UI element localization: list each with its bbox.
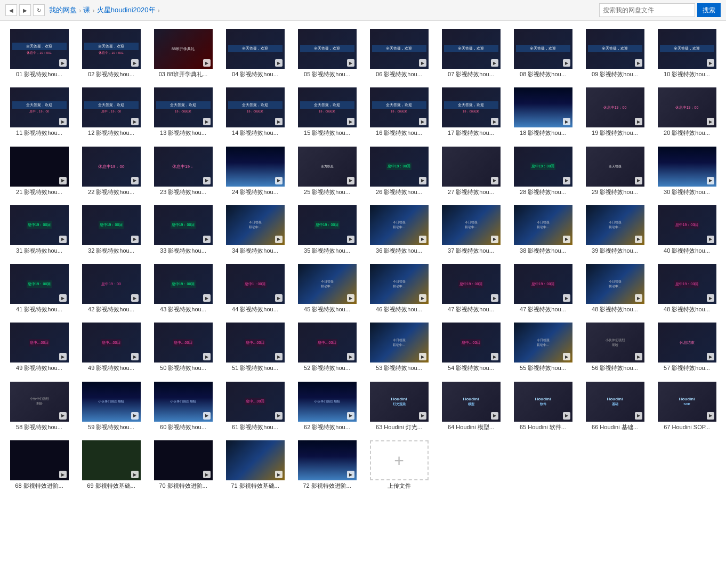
play-icon: ▶ — [131, 59, 139, 67]
file-item[interactable]: 今日答疑联动中... ▶ 39 影视特效hou... — [581, 203, 649, 257]
file-item[interactable]: 全力以赴 ▶ 25 影视特效hou... — [293, 144, 361, 198]
file-item[interactable]: 全天答疑，欢迎 19：00回来 ▶ 13 影视特效hou... — [149, 85, 217, 139]
file-item[interactable]: 小伙伴们强烈 期盼 ▶ 62 影视特效hou... — [293, 379, 361, 433]
file-item[interactable]: 息中19：00回 ▶ 28 影视特效hou... — [509, 144, 577, 198]
file-item[interactable]: 全天答疑，欢迎 19：00回来 ▶ 17 影视特效hou... — [437, 85, 505, 139]
file-item[interactable]: 今日答疑联动中... ▶ 34 影视特效hou... — [221, 203, 289, 257]
file-item[interactable]: ▶ 72 影视特效进阶... — [293, 438, 361, 492]
file-item[interactable]: Houdini基础 ▶ 66 Houdini 基础... — [581, 379, 649, 433]
file-item[interactable]: 息中…00回 ▶ 51 影视特效hou... — [221, 320, 289, 374]
file-item[interactable]: 息中…00回 ▶ 52 影视特效hou... — [293, 320, 361, 374]
file-item[interactable]: 小伙伴们强烈 期盼 ▶ 60 影视特效hou... — [149, 379, 217, 433]
file-item[interactable]: 全天答疑，欢迎 ▶ 06 影视特效hou... — [365, 26, 433, 80]
file-item[interactable]: 今日答疑联动中... ▶ 55 影视特效hou... — [509, 320, 577, 374]
file-item[interactable]: 休息结束 ▶ 57 影视特效hou... — [653, 320, 721, 374]
file-item[interactable]: Houdini灯光渲染 ▶ 63 Houdini 灯光... — [365, 379, 433, 433]
file-item[interactable]: 今日答疑联动中... ▶ 36 影视特效hou... — [365, 203, 433, 257]
play-icon: ▶ — [563, 177, 570, 184]
play-icon: ▶ — [563, 294, 570, 302]
file-item[interactable]: 全天答疑，欢迎 休息中，19：001 ▶ 02 影视特效hou... — [77, 26, 145, 80]
file-item[interactable]: 全天答疑，欢迎 ▶ 09 影视特效hou... — [581, 26, 649, 80]
file-item[interactable]: 今日答疑联动中... ▶ 48 影视特效hou... — [581, 261, 649, 316]
forward-button[interactable]: ▶ — [19, 4, 31, 16]
file-item[interactable]: 息中19：00回 ▶ 47 影视特效hou... — [509, 261, 577, 316]
play-icon: ▶ — [707, 412, 714, 420]
file-item[interactable]: 休息中19：00 ▶ 22 影视特效hou... — [77, 144, 145, 198]
breadcrumb-course[interactable]: 课 — [83, 5, 90, 15]
file-item[interactable]: Houdini模型 ▶ 64 Houdini 模型... — [437, 379, 505, 433]
file-item[interactable]: 今日答疑联动中... ▶ 45 影视特效hou... — [293, 261, 361, 316]
file-item[interactable]: 今日答疑联动中... ▶ 53 影视特效hou... — [365, 320, 433, 374]
file-item[interactable]: ▶ 24 影视特效hou... — [221, 144, 289, 198]
file-item[interactable]: Houdini软件 ▶ 65 Houdini 软件... — [509, 379, 577, 433]
file-item[interactable]: 息中1：00回 ▶ 44 影视特效hou... — [221, 261, 289, 316]
file-item[interactable]: 小伙伴们强烈期盼 ▶ 56 影视特效hou... — [581, 320, 649, 374]
file-item[interactable]: 息中19：00回 ▶ 35 影视特效hou... — [293, 203, 361, 257]
file-item[interactable]: 息中…00回 ▶ 49 影视特效hou... — [5, 320, 73, 374]
file-item[interactable]: 休息中19：00 ▶ 19 影视特效hou... — [581, 85, 649, 139]
file-item[interactable]: 全天答疑，欢迎 ▶ 07 影视特效hou... — [437, 26, 505, 80]
file-item[interactable]: 全天答疑，欢迎 ▶ 04 影视特效hou... — [221, 26, 289, 80]
video-thumbnail: 全天答疑，欢迎 ▶ — [226, 29, 285, 69]
file-item[interactable]: ▶ 27 影视特效hou... — [437, 144, 505, 198]
file-item[interactable]: 息中19：00回 ▶ 32 影视特效hou... — [77, 203, 145, 257]
file-item[interactable]: 全天答疑，欢迎 ▶ 05 影视特效hou... — [293, 26, 361, 80]
file-item[interactable]: 全天答疑，欢迎 休息中，19：001 ▶ 01 影视特效hou... — [5, 26, 73, 80]
file-item[interactable]: 全天答疑，欢迎 ▶ 08 影视特效hou... — [509, 26, 577, 80]
file-item[interactable]: 小伙伴们强烈期盼 ▶ 58 影视特效hou... — [5, 379, 73, 433]
file-item[interactable]: ▶ 30 影视特效hou... — [653, 144, 721, 198]
file-item[interactable]: ▶ 18 影视特效hou... — [509, 85, 577, 139]
file-item[interactable]: 息中19：00回 ▶ 33 影视特效hou... — [149, 203, 217, 257]
video-thumbnail: 休息中19：00 ▶ — [658, 87, 716, 127]
file-item[interactable]: 小伙伴们强烈 期盼 ▶ 59 影视特效hou... — [77, 379, 145, 433]
file-item[interactable]: ▶ 21 影视特效hou... — [5, 144, 73, 198]
upload-button[interactable]: + — [370, 440, 429, 480]
file-item[interactable]: 全天答疑，欢迎 19：00回来 ▶ 15 影视特效hou... — [293, 85, 361, 139]
file-item[interactable]: 息中…00回 ▶ 54 影视特效hou... — [437, 320, 505, 374]
file-item[interactable]: 息中19：00回 ▶ 31 影视特效hou... — [5, 203, 73, 257]
video-thumbnail: 全天答疑，欢迎 息中，19：00 ▶ — [10, 87, 69, 127]
file-item[interactable]: 息中…00回 ▶ 50 影视特效hou... — [149, 320, 217, 374]
file-item[interactable]: 息中19：00回 ▶ 26 影视特效hou... — [365, 144, 433, 198]
file-item[interactable]: 息中19：00回 ▶ 43 影视特效hou... — [149, 261, 217, 316]
file-item[interactable]: 全天答疑，欢迎 息中，19：00 ▶ 11 影视特效hou... — [5, 85, 73, 139]
file-item[interactable]: 息中19：00回 ▶ 40 影视特效hou... — [653, 203, 721, 257]
file-item[interactable]: 休息中19：00 ▶ 20 影视特效hou... — [653, 85, 721, 139]
file-item[interactable]: 今日答疑联动中... ▶ 38 影视特效hou... — [509, 203, 577, 257]
refresh-button[interactable]: ↻ — [33, 4, 45, 16]
file-item[interactable]: 息中19：00回 ▶ 41 影视特效hou... — [5, 261, 73, 316]
file-item[interactable]: 今日答疑联动中... ▶ 37 影视特效hou... — [437, 203, 505, 257]
file-item[interactable]: 今日答疑联动中... ▶ 46 影视特效hou... — [365, 261, 433, 316]
search-button[interactable]: 搜索 — [697, 3, 721, 17]
file-item[interactable]: 全天答疑，欢迎 ▶ 10 影视特效hou... — [653, 26, 721, 80]
back-button[interactable]: ◀ — [5, 4, 17, 16]
video-thumbnail: 今日答疑联动中... ▶ — [514, 323, 572, 363]
file-item[interactable]: 息中…00回 ▶ 61 影视特效hou... — [221, 379, 289, 433]
file-item[interactable]: HoudiniSOP ▶ 67 Houdini SOP... — [653, 379, 721, 433]
video-thumbnail: Houdini基础 ▶ — [586, 382, 644, 422]
breadcrumb-home[interactable]: 我的网盘 — [49, 5, 77, 15]
breadcrumb-folder[interactable]: 火星houdini2020年 — [97, 5, 156, 15]
video-thumbnail: ▶ — [226, 440, 285, 480]
file-item[interactable]: 息中19：00 ▶ 42 影视特效hou... — [77, 261, 145, 316]
file-item[interactable]: 全天答疑，欢迎 19：00回来 ▶ 16 影视特效hou... — [365, 85, 433, 139]
search-input[interactable] — [599, 3, 695, 17]
file-item[interactable]: 全天答疑，欢迎 息中，19：00 ▶ 12 影视特效hou... — [77, 85, 145, 139]
file-item[interactable]: + 上传文件 — [365, 438, 433, 492]
file-item[interactable]: ▶ 71 影视特效基础... — [221, 438, 289, 492]
file-item[interactable]: 息中19：00回 ▶ 47 影视特效hou... — [437, 261, 505, 316]
file-item[interactable]: 息中…00回 ▶ 49 影视特效hou... — [77, 320, 145, 374]
file-item[interactable]: ▶ 68 影视特效进阶... — [5, 438, 73, 492]
play-icon: ▶ — [275, 59, 283, 67]
file-item[interactable]: 全天答疑 ▶ 29 影视特效hou... — [581, 144, 649, 198]
file-item[interactable]: ▶ 70 影视特效进阶... — [149, 438, 217, 492]
play-icon: ▶ — [563, 236, 570, 243]
file-item[interactable]: 88班开学典礼 ▶ 03 88班开学典礼... — [149, 26, 217, 80]
file-item[interactable]: 全天答疑，欢迎 19：00回来 ▶ 14 影视特效hou... — [221, 85, 289, 139]
file-name: 02 影视特效hou... — [88, 70, 134, 78]
top-bar: ◀ ▶ ↻ 我的网盘 › 课 › 火星houdini2020年 › 搜索 — [0, 0, 726, 21]
video-thumbnail: 88班开学典礼 ▶ — [154, 29, 213, 69]
file-item[interactable]: 休息中19： ▶ 23 影视特效hou... — [149, 144, 217, 198]
file-item[interactable]: 息中19：00回 ▶ 48 影视特效hou... — [653, 261, 721, 316]
file-item[interactable]: ▶ 69 影视特效基础... — [77, 438, 145, 492]
